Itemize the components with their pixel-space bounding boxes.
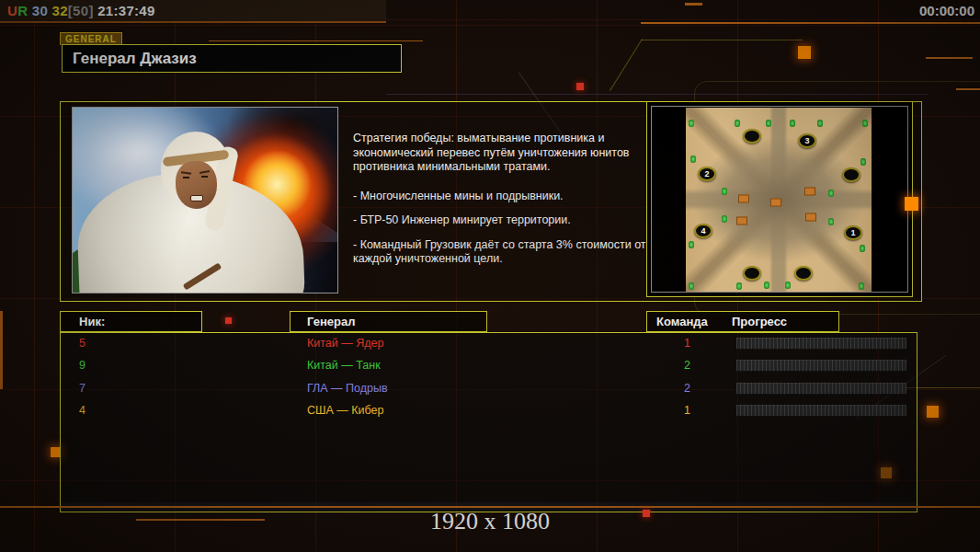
- map-spot-number: 2: [704, 170, 709, 178]
- player-team: 2: [684, 359, 690, 373]
- map-tree: [828, 190, 834, 197]
- background-line: [685, 3, 702, 6]
- map-empty-spot: [743, 266, 761, 281]
- strategy-point: - Командный Грузовик даёт со старта 3% с…: [353, 238, 651, 267]
- map-tree: [689, 120, 694, 127]
- status-part: U: [7, 3, 17, 18]
- background-line: [926, 57, 973, 59]
- minimap-display: 1234: [651, 106, 908, 293]
- map-building: [805, 213, 816, 222]
- player-team: 2: [684, 382, 690, 396]
- general-name-box: Генерал Джазиз: [62, 44, 402, 73]
- portrait-face: [176, 161, 217, 209]
- map-tree: [689, 282, 694, 290]
- map-start-spot-2: 2: [698, 167, 716, 181]
- general-portrait: [72, 107, 338, 293]
- player-general: Китай — Ядер: [307, 337, 383, 351]
- status-part: 21:37:49: [94, 3, 155, 18]
- map-tree: [735, 120, 740, 127]
- match-timer: 00:00:00: [919, 3, 974, 18]
- player-row: 7 ГЛА — Подрыв 2: [61, 382, 917, 400]
- strategy-point: - Многочисленные мины и подрывники.: [353, 190, 651, 204]
- header-team: Команда: [656, 312, 708, 331]
- general-info-panel: Стратегия победы: выматывание противника…: [60, 101, 922, 302]
- decor-square: [927, 406, 939, 418]
- status-readout: UR 30 32[50] 21:37:49: [7, 3, 155, 18]
- map-building: [770, 199, 781, 207]
- header-general: Генерал: [290, 311, 487, 332]
- map-spot-number: 1: [850, 229, 855, 237]
- strategy-text: Стратегия победы: выматывание противника…: [353, 132, 651, 277]
- map-start-spot-4: 4: [694, 224, 712, 238]
- progress-bar: [736, 338, 906, 350]
- strategy-intro: Стратегия победы: выматывание противника…: [353, 132, 651, 175]
- status-part: [50]: [68, 3, 94, 18]
- minimap-box: 1234: [646, 101, 913, 297]
- player-nick: 7: [79, 382, 85, 396]
- player-nick: 9: [79, 359, 85, 373]
- player-row: 5 Китай — Ядер 1: [61, 337, 917, 355]
- map-building: [738, 195, 749, 203]
- header-nick: Ник:: [60, 311, 202, 332]
- map-tree: [862, 120, 868, 127]
- map-tree: [785, 282, 791, 289]
- portrait-mouth: [190, 195, 203, 201]
- header-team-progress: Команда Прогресс: [646, 311, 839, 332]
- map-building: [736, 217, 747, 225]
- portrait-eye: [183, 177, 189, 178]
- background-line: [386, 94, 929, 95]
- map-tree: [736, 282, 742, 290]
- decor-square: [225, 317, 232, 324]
- decor-square: [798, 46, 811, 59]
- progress-bar: [736, 405, 906, 417]
- map-tree: [690, 155, 696, 163]
- player-team: 1: [684, 337, 690, 351]
- general-name: Генерал Джазиз: [73, 45, 197, 72]
- map-tree: [859, 282, 864, 290]
- map-empty-spot: [842, 167, 860, 182]
- player-row: 4 США — Кибер 1: [61, 404, 917, 422]
- map-tree: [722, 188, 727, 195]
- map-tree: [790, 120, 795, 127]
- decor-square: [576, 83, 584, 90]
- background-line: [0, 311, 3, 389]
- map-tree: [764, 282, 769, 289]
- header-progress: Прогресс: [732, 312, 787, 331]
- map-tree: [828, 218, 834, 225]
- map-spot-number: 3: [804, 137, 809, 145]
- map-start-spot-1: 1: [844, 225, 862, 240]
- minimap-terrain: 1234: [686, 108, 872, 292]
- decor-square: [905, 197, 918, 211]
- player-general: ГЛА — Подрыв: [307, 382, 388, 396]
- background-line: [209, 40, 423, 41]
- map-empty-spot: [743, 129, 761, 144]
- status-part: 30: [28, 3, 48, 18]
- status-strip: UR 30 32[50] 21:37:49: [0, 0, 386, 23]
- progress-bar: [736, 383, 906, 395]
- map-building: [804, 188, 815, 196]
- map-spot-number: 4: [701, 227, 705, 236]
- decor-square: [643, 510, 650, 517]
- background-line: [956, 88, 980, 90]
- general-tab: GENERAL: [60, 32, 122, 45]
- map-tree: [817, 120, 823, 127]
- map-tree: [722, 215, 727, 223]
- player-general: США — Кибер: [307, 404, 383, 418]
- strategy-point: - БТР-50 Инженер минирует территории.: [353, 213, 651, 228]
- player-team: 1: [684, 404, 690, 418]
- player-nick: 5: [79, 337, 85, 351]
- map-tree: [860, 158, 866, 166]
- status-part: 32: [48, 3, 68, 18]
- map-empty-spot: [794, 266, 813, 281]
- map-tree: [860, 245, 865, 252]
- player-nick: 4: [79, 404, 85, 418]
- player-row: 9 Китай — Танк 2: [61, 359, 917, 377]
- background-line: [641, 40, 803, 40]
- portrait-eye: [201, 176, 208, 178]
- map-tree: [766, 120, 771, 127]
- status-part: R: [17, 3, 28, 18]
- resolution-label: 1920 x 1080: [0, 508, 980, 535]
- map-tree: [689, 241, 694, 248]
- players-table: 5 Китай — Ядер 1 9 Китай — Танк 2 7 ГЛА …: [60, 332, 917, 512]
- background-line: [641, 22, 980, 24]
